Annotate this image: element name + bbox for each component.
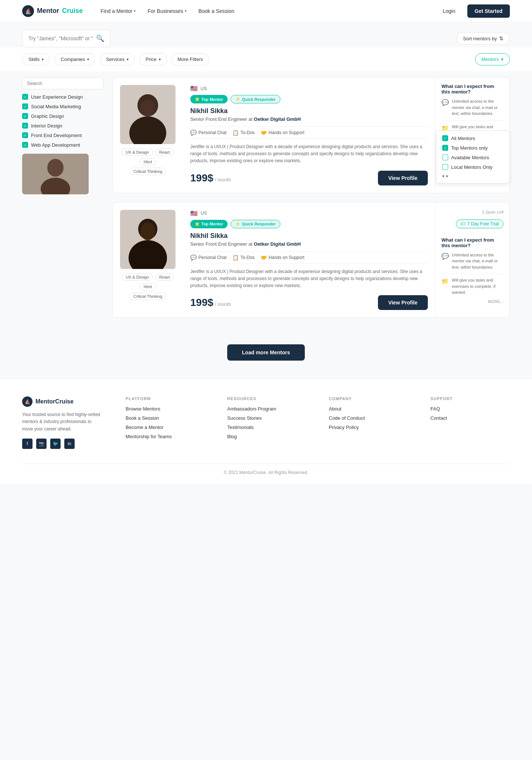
checkbox-ux-design[interactable]: ✓: [22, 94, 28, 100]
footer-code-of-conduct[interactable]: Code of Conduct: [329, 415, 408, 421]
footer-about[interactable]: About: [329, 406, 408, 412]
checkbox-interior-design[interactable]: ✓: [22, 123, 28, 129]
lightning-icon-2: ⚡: [235, 222, 241, 226]
services-filter[interactable]: Services ▾: [100, 53, 135, 65]
login-link[interactable]: Login: [443, 8, 455, 14]
checkbox-top-mentors[interactable]: ✓: [442, 145, 448, 151]
quick-responder-badge: ⚡ Quick Responder: [231, 95, 280, 103]
footer-become-mentor[interactable]: Become a Mentor: [126, 425, 205, 430]
nav-find-mentor[interactable]: Find a Mentor ▾: [100, 8, 136, 14]
expect-item-4: 📁 Will give you tasks and exercises to c…: [441, 277, 504, 296]
social-icons: f 📷 🐦 in: [22, 439, 103, 449]
mentor-card-2: UX & Design React Html Critical Thinking…: [112, 202, 510, 318]
checkbox-social-media[interactable]: ✓: [22, 103, 28, 109]
footer-company: COMPANY About Code of Conduct Privacy Po…: [329, 396, 408, 449]
lightning-icon: ⚡: [235, 97, 241, 102]
spots-badge: 3 Spots Left: [441, 208, 504, 215]
instagram-icon[interactable]: 📷: [36, 439, 47, 449]
logo-cruise: Cruise: [62, 7, 83, 15]
sort-button[interactable]: Sort mentors by ⇅: [457, 32, 510, 45]
mentors-dropdown-button[interactable]: Mentors ▾: [475, 53, 510, 65]
price-filter[interactable]: Price ▾: [139, 53, 167, 65]
top-mentor-badge-2: ⭐ Top Mentor: [190, 220, 228, 228]
footer-blog[interactable]: Blog: [227, 434, 307, 439]
tag-critical-thinking: Critical Thinking: [129, 168, 166, 175]
search-bar: 🔍: [22, 30, 110, 47]
logo[interactable]: ⛵ MentorCruise: [22, 5, 83, 17]
footer-testimonials[interactable]: Testimonials: [227, 425, 307, 430]
footer-book-session[interactable]: Book a Session: [126, 415, 205, 421]
panel-expand[interactable]: ▾ ▾: [442, 174, 504, 179]
skills-filter[interactable]: Skills ▾: [22, 53, 50, 65]
linkedin-icon[interactable]: in: [64, 439, 75, 449]
card-2-tags: UX & Design React Html Critical Thinking: [120, 273, 175, 300]
logo-icon: ⛵: [22, 5, 34, 17]
facebook-icon[interactable]: f: [22, 439, 33, 449]
checkbox-all-mentors[interactable]: ✓: [442, 135, 448, 141]
panel-option-all[interactable]: ✓ All Mentors: [442, 135, 504, 141]
chat-icon: 💬: [190, 130, 197, 136]
sidebar-item-interior[interactable]: ✓ Interior Design: [22, 123, 103, 129]
footer-browse-mentors[interactable]: Browse Mentors: [126, 406, 205, 412]
card-2-title: Senior Front End Engineer at Oetker Digi…: [190, 241, 428, 247]
companies-filter[interactable]: Companies ▾: [54, 53, 95, 65]
checkbox-available-mentors[interactable]: [442, 154, 448, 160]
expect-item-1: 💬 Unlimited access to the mentor via cha…: [441, 98, 504, 117]
tag-react-2: React: [155, 273, 174, 281]
checkbox-local-mentors[interactable]: [442, 164, 448, 170]
search-input[interactable]: [28, 35, 93, 41]
nav-for-businesses[interactable]: For Businesses ▾: [147, 8, 186, 14]
footer-faq[interactable]: FAQ: [430, 406, 510, 412]
card-2-photo: [120, 210, 175, 269]
tag-ux-design: UX & Design: [122, 149, 153, 156]
panel-option-local[interactable]: Local Mentors Only: [442, 164, 504, 170]
card-2-name: Nikhil Sikka: [190, 232, 428, 240]
card-2-price: 199$ / month: [190, 297, 231, 309]
get-started-button[interactable]: Get Started: [467, 4, 510, 18]
footer-privacy-policy[interactable]: Privacy Policy: [329, 425, 408, 430]
checkbox-frontend-dev[interactable]: ✓: [22, 132, 28, 138]
sidebar-item-social[interactable]: ✓ Social Media Marketing: [22, 103, 103, 109]
view-profile-button-2[interactable]: View Profile: [378, 295, 428, 310]
panel-option-top[interactable]: ✓ Top Mentors only: [442, 145, 504, 151]
card-1-services: 💬 Personal Chat 📋 To-Dos 🤝 Hands on Supp…: [190, 126, 428, 139]
checkbox-graphic-design[interactable]: ✓: [22, 113, 28, 119]
card-1-title: Senior Front End Engineer at Oetker Digi…: [190, 116, 428, 122]
service-hands-on-2: 🤝 Hands on Support: [260, 255, 304, 260]
sidebar-item-graphic[interactable]: ✓ Graphic Design: [22, 113, 103, 119]
chevron-down-icon: ▾: [134, 9, 136, 13]
twitter-icon[interactable]: 🐦: [50, 439, 61, 449]
chevron-down-icon: ▾: [42, 57, 44, 61]
card-2-bio: Jeniffer is a UI/UX | Product Designer w…: [190, 268, 428, 290]
footer-ambassadors[interactable]: Ambassadors Program: [227, 406, 307, 412]
checkbox-webapp-dev[interactable]: ✓: [22, 142, 28, 148]
footer-contact[interactable]: Contact: [430, 415, 510, 421]
footer-mentorship-teams[interactable]: Mentorship for Teams: [126, 434, 205, 439]
card-1-price-row: 199$ / month View Profile: [190, 171, 428, 185]
tag-critical-thinking-2: Critical Thinking: [129, 293, 166, 300]
footer-top: ⛵ MentorCruise Your trusted source to fi…: [22, 396, 510, 449]
view-profile-button-1[interactable]: View Profile: [378, 171, 428, 185]
footer-success-stories[interactable]: Success Stories: [227, 415, 307, 421]
card-1-name: Nikhil Sikka: [190, 107, 428, 115]
filters-row: Skills ▾ Companies ▾ Services ▾ Price ▾ …: [0, 47, 532, 71]
card-2-center: 🇺🇸 US ⭐ Top Mentor ⚡ Quick Responder: [183, 202, 436, 318]
card-2-right: 3 Spots Left 🏷 7 Day Free Trial What can…: [436, 202, 509, 318]
hands-on-icon-2: 🤝: [260, 255, 267, 260]
sidebar-item-ux[interactable]: ✓ User Experience Design: [22, 94, 103, 100]
more-link-2[interactable]: MORE...: [441, 299, 504, 304]
service-todos-2: 📋 To-Dos: [232, 255, 255, 260]
load-more-section: Load more Mentors: [0, 333, 532, 378]
star-icon: ⭐: [195, 97, 200, 102]
sidebar-item-webapp[interactable]: ✓ Web App Development: [22, 142, 103, 148]
card-2-expect: What can I expect from this mentor? 💬 Un…: [441, 237, 504, 304]
navbar: ⛵ MentorCruise Find a Mentor ▾ For Busin…: [0, 0, 532, 22]
chat-email-icon-2: 💬: [441, 253, 449, 260]
logo-text: Mentor: [37, 7, 59, 15]
panel-option-available[interactable]: Available Mentors: [442, 154, 504, 160]
sidebar-item-frontend[interactable]: ✓ Front End Development: [22, 132, 103, 138]
nav-book-session[interactable]: Book a Session: [198, 8, 234, 14]
sidebar-search-input[interactable]: [22, 77, 103, 89]
load-more-button[interactable]: Load more Mentors: [227, 344, 305, 361]
more-filters[interactable]: More Filters: [171, 53, 209, 65]
